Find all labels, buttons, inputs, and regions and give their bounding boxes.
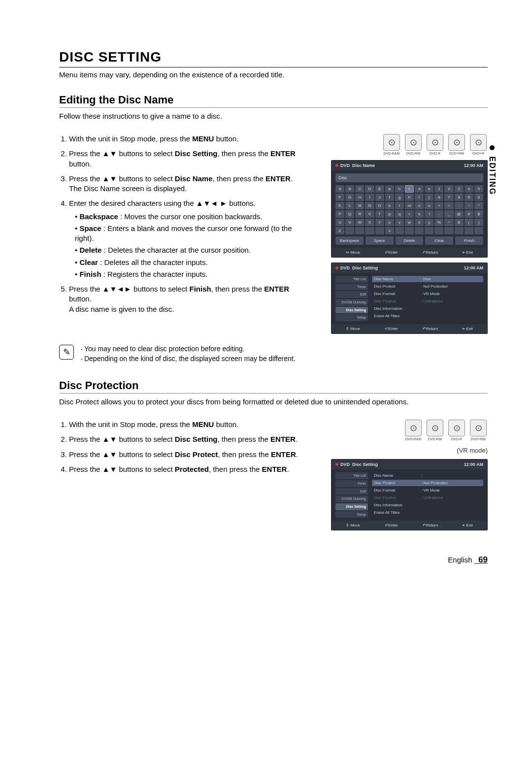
keyboard-key[interactable]: R — [355, 210, 364, 218]
keyboard-key[interactable]: $ — [474, 210, 483, 218]
keyboard-key[interactable]: r — [405, 210, 414, 218]
keyboard-key[interactable]: j — [425, 194, 433, 201]
option-row[interactable]: Disc Format: VR Mode — [372, 487, 483, 494]
keyboard-key[interactable]: 0 — [474, 194, 483, 201]
keyboard-key[interactable]: 5 — [474, 185, 483, 193]
option-row[interactable]: Disc Protect: Not Protected — [372, 283, 483, 290]
keyboard-key[interactable]: i — [415, 194, 424, 201]
osd-option-list[interactable]: Disc Name: DiscDisc Protect: Not Protect… — [372, 276, 483, 321]
option-row[interactable]: Disc Name: Disc — [372, 276, 483, 282]
keyboard-key[interactable]: O — [375, 202, 384, 209]
keyboard-key[interactable]: d — [415, 185, 424, 193]
keyboard-key[interactable] — [355, 227, 364, 234]
keyboard-action-button[interactable]: Finish — [455, 236, 483, 245]
side-menu-item[interactable]: DV/DB Dubbing — [335, 495, 368, 502]
keyboard-key[interactable]: 9 — [465, 194, 473, 201]
keyboard-key[interactable]: E — [375, 185, 384, 193]
side-menu-item[interactable]: Setup — [335, 511, 368, 518]
keyboard-key[interactable]: T — [375, 210, 384, 218]
keyboard-key[interactable]: n — [415, 202, 424, 209]
keyboard-key[interactable]: Z — [335, 227, 344, 234]
keyboard-key[interactable]: . — [455, 202, 464, 209]
keyboard-key[interactable] — [444, 227, 453, 234]
keyboard-key[interactable]: l — [395, 202, 404, 209]
keyboard-key[interactable] — [395, 227, 404, 234]
keyboard-key[interactable]: M — [355, 202, 364, 209]
keyboard-key[interactable] — [375, 227, 384, 234]
keyboard-key[interactable]: - — [434, 210, 443, 218]
keyboard-key[interactable]: W — [355, 219, 364, 226]
keyboard-key[interactable] — [365, 227, 374, 234]
keyboard-key[interactable]: D — [365, 185, 374, 193]
keyboard-key[interactable]: L — [345, 202, 354, 209]
side-menu-item[interactable]: Edit — [335, 291, 368, 298]
keyboard-key[interactable]: * — [474, 202, 483, 209]
keyboard-key[interactable]: B — [345, 185, 354, 193]
keyboard-key[interactable]: 6 — [434, 194, 443, 201]
keyboard-key[interactable]: I — [365, 194, 374, 201]
keyboard-key[interactable]: 4 — [465, 185, 473, 193]
keyboard-key[interactable]: m — [405, 202, 414, 209]
option-row[interactable]: Disc Finalize: Unfinalized — [372, 494, 483, 501]
keyboard-key[interactable]: K — [335, 202, 344, 209]
keyboard-key[interactable]: F — [335, 194, 344, 201]
keyboard-key[interactable]: 3 — [455, 185, 464, 193]
keyboard-key[interactable]: _ — [444, 210, 453, 218]
option-row[interactable]: Disc Protect: Not Protected — [372, 480, 483, 486]
keyboard-key[interactable]: c — [405, 185, 414, 193]
keyboard-key[interactable]: k — [385, 202, 394, 209]
osd-keyboard-grid[interactable]: ABCDEabcde12345FGHIJfghij67890KLMNOklmno… — [335, 185, 483, 234]
keyboard-key[interactable]: A — [335, 185, 344, 193]
keyboard-key[interactable]: v — [395, 219, 404, 226]
keyboard-key[interactable]: s — [415, 210, 424, 218]
keyboard-key[interactable]: C — [355, 185, 364, 193]
side-menu-item[interactable]: Title List — [335, 276, 368, 283]
side-menu-item[interactable]: DV/DB Dubbing — [335, 299, 368, 306]
keyboard-key[interactable]: g — [395, 194, 404, 201]
keyboard-key[interactable]: = — [444, 202, 453, 209]
keyboard-key[interactable]: P — [335, 210, 344, 218]
keyboard-key[interactable]: q — [395, 210, 404, 218]
keyboard-key[interactable]: f — [385, 194, 394, 201]
keyboard-key[interactable]: N — [365, 202, 374, 209]
side-menu-item[interactable]: Edit — [335, 488, 368, 495]
osd-side-menu[interactable]: Title ListTimerEditDV/DB DubbingDisc Set… — [335, 472, 368, 518]
keyboard-key[interactable]: 8 — [455, 194, 464, 201]
keyboard-key[interactable]: ) — [474, 219, 483, 226]
option-row[interactable]: Erase All Titles — [372, 313, 483, 319]
side-menu-item[interactable]: Disc Setting — [335, 307, 368, 314]
side-menu-item[interactable]: Setup — [335, 314, 368, 321]
option-row[interactable]: Disc Information — [372, 502, 483, 508]
keyboard-key[interactable] — [415, 227, 424, 234]
keyboard-key[interactable]: Y — [375, 219, 384, 226]
keyboard-key[interactable]: w — [405, 219, 414, 226]
keyboard-key[interactable]: a — [385, 185, 394, 193]
osd-side-menu[interactable]: Title ListTimerEditDV/DB DubbingDisc Set… — [335, 276, 368, 321]
keyboard-key[interactable]: z — [385, 227, 394, 234]
keyboard-key[interactable]: u — [385, 219, 394, 226]
keyboard-key[interactable]: J — [375, 194, 384, 201]
keyboard-key[interactable]: V — [345, 219, 354, 226]
keyboard-key[interactable]: @ — [455, 210, 464, 218]
keyboard-key[interactable]: # — [465, 210, 473, 218]
keyboard-key[interactable]: b — [395, 185, 404, 193]
option-row[interactable]: Disc Finalize: Unfinalized — [372, 298, 483, 304]
keyboard-key[interactable]: t — [425, 210, 433, 218]
keyboard-key[interactable]: ^ — [444, 219, 453, 226]
keyboard-action-button[interactable]: Delete — [396, 236, 424, 245]
option-row[interactable]: Disc Name: — [372, 472, 483, 479]
keyboard-key[interactable] — [405, 227, 414, 234]
keyboard-key[interactable]: H — [355, 194, 364, 201]
keyboard-key[interactable]: h — [405, 194, 414, 201]
keyboard-key[interactable]: p — [385, 210, 394, 218]
keyboard-key[interactable]: S — [365, 210, 374, 218]
keyboard-key[interactable] — [474, 227, 483, 234]
option-row[interactable]: Disc Format: VR Mode — [372, 291, 483, 297]
keyboard-key[interactable]: e — [425, 185, 433, 193]
keyboard-action-button[interactable]: Clear — [425, 236, 453, 245]
keyboard-key[interactable] — [434, 227, 443, 234]
keyboard-key[interactable] — [345, 227, 354, 234]
keyboard-key[interactable]: ~ — [465, 202, 473, 209]
keyboard-key[interactable]: + — [434, 202, 443, 209]
osd-keyboard-actions[interactable]: BackspaceSpaceDeleteClearFinish — [335, 236, 483, 245]
